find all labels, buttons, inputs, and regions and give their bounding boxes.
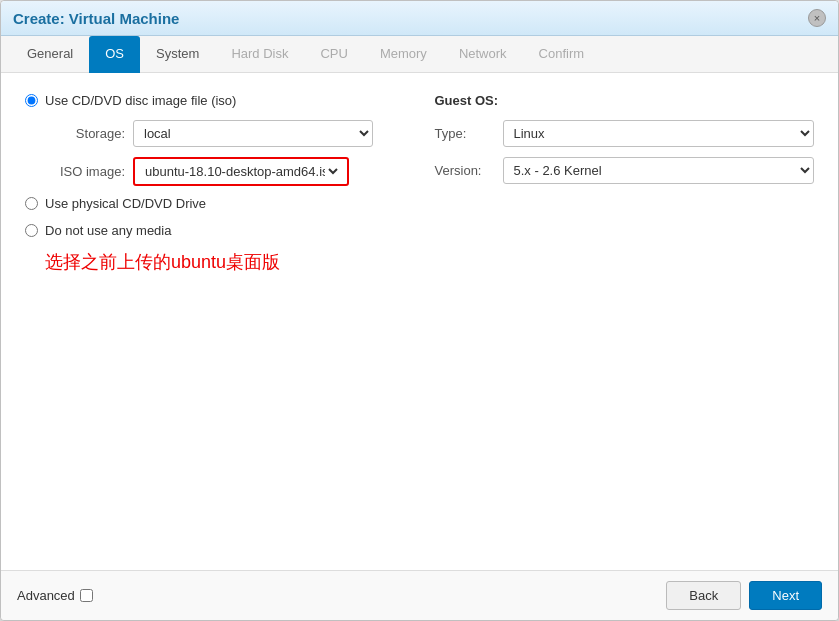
back-button[interactable]: Back: [666, 581, 741, 610]
close-icon: ×: [814, 12, 820, 24]
advanced-label: Advanced: [17, 588, 75, 603]
iso-image-group: ISO image: ubuntu-18.10-desktop-amd64.is: [45, 157, 405, 186]
next-button[interactable]: Next: [749, 581, 822, 610]
type-select[interactable]: Linux: [503, 120, 815, 147]
type-label: Type:: [435, 126, 495, 141]
dialog-title: Create: Virtual Machine: [13, 10, 179, 27]
two-column-layout: Use CD/DVD disc image file (iso) Storage…: [25, 93, 814, 274]
cdrom-radio-row: Use CD/DVD disc image file (iso): [25, 93, 405, 108]
storage-group: Storage: local: [45, 120, 405, 147]
iso-image-select[interactable]: ubuntu-18.10-desktop-amd64.is: [141, 163, 341, 180]
tab-system[interactable]: System: [140, 36, 215, 73]
tab-cpu: CPU: [304, 36, 363, 73]
tab-hard-disk: Hard Disk: [215, 36, 304, 73]
storage-select[interactable]: local: [133, 120, 373, 147]
physical-label: Use physical CD/DVD Drive: [45, 196, 206, 211]
storage-label: Storage:: [45, 126, 125, 141]
close-button[interactable]: ×: [808, 9, 826, 27]
no-media-radio[interactable]: [25, 224, 38, 237]
tab-confirm: Confirm: [523, 36, 601, 73]
tab-memory: Memory: [364, 36, 443, 73]
advanced-checkbox[interactable]: [80, 589, 93, 602]
cdrom-radio[interactable]: [25, 94, 38, 107]
version-select[interactable]: 5.x - 2.6 Kernel: [503, 157, 815, 184]
tab-network: Network: [443, 36, 523, 73]
dialog-footer: Advanced Back Next: [1, 570, 838, 620]
dialog-header: Create: Virtual Machine ×: [1, 1, 838, 36]
cdrom-label: Use CD/DVD disc image file (iso): [45, 93, 236, 108]
tab-bar: General OS System Hard Disk CPU Memory N…: [1, 36, 838, 73]
guest-os-title: Guest OS:: [435, 93, 815, 108]
right-column: Guest OS: Type: Linux Version: 5.x - 2.6…: [435, 93, 815, 274]
tab-general[interactable]: General: [11, 36, 89, 73]
tab-os[interactable]: OS: [89, 36, 140, 73]
guest-os-version-group: Version: 5.x - 2.6 Kernel: [435, 157, 815, 184]
dialog-body: Use CD/DVD disc image file (iso) Storage…: [1, 73, 838, 570]
annotation-text: 选择之前上传的ubuntu桌面版: [45, 250, 405, 274]
version-label: Version:: [435, 163, 495, 178]
physical-radio-row: Use physical CD/DVD Drive: [25, 196, 405, 211]
left-column: Use CD/DVD disc image file (iso) Storage…: [25, 93, 405, 274]
no-media-label: Do not use any media: [45, 223, 171, 238]
physical-radio[interactable]: [25, 197, 38, 210]
create-vm-dialog: Create: Virtual Machine × General OS Sys…: [0, 0, 839, 621]
advanced-group: Advanced: [17, 588, 93, 603]
guest-os-type-group: Type: Linux: [435, 120, 815, 147]
iso-image-label: ISO image:: [45, 164, 125, 179]
no-media-radio-row: Do not use any media: [25, 223, 405, 238]
iso-image-selector: ubuntu-18.10-desktop-amd64.is: [133, 157, 349, 186]
